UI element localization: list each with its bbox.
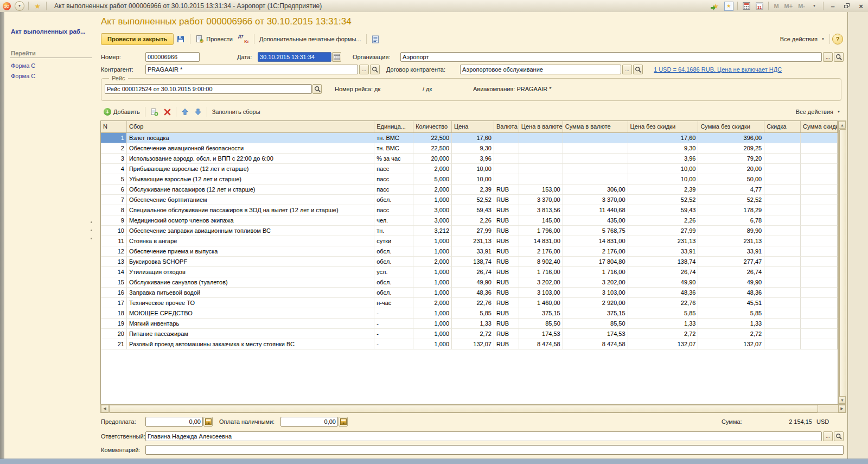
cell-qty[interactable]: 1,000 bbox=[413, 246, 452, 257]
cell-price_nd[interactable]: 2,39 bbox=[628, 185, 699, 195]
cell-name[interactable]: Использование аэродр. обсл. и ВПП с 22:0… bbox=[127, 154, 374, 164]
cell-sum_nd[interactable]: 33,91 bbox=[698, 246, 764, 257]
cell-cur[interactable]: RUB bbox=[494, 215, 519, 226]
cell-cur[interactable]: RUB bbox=[494, 195, 519, 205]
all-actions-button[interactable]: Все действия▼ bbox=[777, 33, 827, 45]
cell-sum_nd[interactable]: 2,72 bbox=[698, 329, 764, 339]
cell-qty[interactable]: 1,000 bbox=[413, 288, 452, 298]
move-row-up-button[interactable] bbox=[178, 106, 192, 118]
cell-qty[interactable]: 2,000 bbox=[413, 257, 452, 267]
cell-sum_disc[interactable] bbox=[801, 195, 838, 205]
flight-search-button[interactable] bbox=[312, 84, 322, 94]
cell-cur[interactable]: RUB bbox=[494, 246, 519, 257]
delete-row-button[interactable] bbox=[161, 106, 174, 118]
organization-select-button[interactable]: ... bbox=[823, 52, 833, 62]
cell-unit[interactable]: пасс bbox=[374, 205, 413, 215]
cell-unit[interactable]: обсл. bbox=[374, 246, 413, 257]
close-button[interactable]: × bbox=[854, 1, 868, 11]
table-row[interactable]: 4Прибывающие взрослые (12 лет и старше)п… bbox=[101, 164, 838, 174]
cell-price[interactable]: 231,13 bbox=[452, 236, 494, 246]
cell-price_nd[interactable]: 52,52 bbox=[628, 195, 699, 205]
contract-select-button[interactable]: ... bbox=[622, 65, 632, 74]
cell-sum_disc[interactable] bbox=[801, 288, 838, 298]
cell-unit[interactable]: пасс bbox=[374, 174, 413, 185]
cell-cur[interactable]: RUB bbox=[494, 226, 519, 236]
cell-disc[interactable] bbox=[764, 185, 801, 195]
cell-name[interactable]: Разовый проезд автомашины заказчика к ме… bbox=[127, 339, 374, 349]
cell-cur[interactable]: RUB bbox=[494, 205, 519, 215]
table-row[interactable]: 9Медицинский осмотр членов экипажачел.3,… bbox=[101, 215, 838, 226]
cell-name[interactable]: Буксировка SCHOPF bbox=[127, 257, 374, 267]
copy-row-button[interactable] bbox=[148, 106, 161, 118]
dt-kt-button[interactable]: ДтКт bbox=[235, 33, 252, 45]
cell-n[interactable]: 4 bbox=[101, 164, 127, 174]
cell-price_nd[interactable]: 17,60 bbox=[628, 133, 699, 143]
cell-unit[interactable]: тн. ВМС bbox=[374, 133, 413, 143]
number-input[interactable] bbox=[145, 52, 200, 62]
cell-sum_disc[interactable] bbox=[801, 298, 838, 308]
prepayment-calc-button[interactable] bbox=[203, 417, 213, 427]
cell-name[interactable]: МОЮЩЕЕ СРЕДСТВО bbox=[127, 308, 374, 319]
cell-sum_cur[interactable]: 14 831,00 bbox=[563, 236, 628, 246]
cell-price[interactable]: 48,36 bbox=[452, 288, 494, 298]
cell-qty[interactable]: 1,000 bbox=[413, 277, 452, 288]
cell-price_cur[interactable]: 1 716,00 bbox=[519, 267, 563, 277]
cell-price[interactable]: 132,07 bbox=[452, 339, 494, 349]
cell-qty[interactable]: 1,000 bbox=[413, 236, 452, 246]
cell-price[interactable]: 2,39 bbox=[452, 185, 494, 195]
cell-name[interactable]: Медицинский осмотр членов экипажа bbox=[127, 215, 374, 226]
memory-m-plus-button[interactable]: M+ bbox=[784, 3, 793, 9]
cell-n[interactable]: 9 bbox=[101, 215, 127, 226]
cell-unit[interactable]: обсл. bbox=[374, 277, 413, 288]
cell-disc[interactable] bbox=[764, 195, 801, 205]
cell-disc[interactable] bbox=[764, 164, 801, 174]
organization-search-button[interactable] bbox=[834, 52, 844, 62]
cell-sum_nd[interactable]: 396,00 bbox=[698, 133, 764, 143]
cell-price[interactable]: 26,74 bbox=[452, 267, 494, 277]
column-header-price_cur[interactable]: Цена в валюте bbox=[519, 121, 563, 132]
cell-price[interactable]: 33,91 bbox=[452, 246, 494, 257]
cell-qty[interactable]: 2,000 bbox=[413, 298, 452, 308]
cell-n[interactable]: 18 bbox=[101, 308, 127, 319]
cell-n[interactable]: 19 bbox=[101, 319, 127, 329]
cell-qty[interactable]: 5,000 bbox=[413, 174, 452, 185]
cell-price_nd[interactable]: 132,07 bbox=[628, 339, 699, 349]
cell-price[interactable]: 2,26 bbox=[452, 215, 494, 226]
cell-n[interactable]: 12 bbox=[101, 246, 127, 257]
cell-sum_disc[interactable] bbox=[801, 246, 838, 257]
cell-price_cur[interactable]: 85,50 bbox=[519, 319, 563, 329]
show-favorites-button[interactable]: ★ bbox=[723, 1, 734, 11]
cell-sum_cur[interactable]: 5 768,75 bbox=[563, 226, 628, 236]
counterparty-select-button[interactable]: ... bbox=[359, 65, 369, 74]
cell-price_nd[interactable]: 9,30 bbox=[628, 143, 699, 154]
report-button[interactable] bbox=[369, 33, 382, 45]
cell-price_nd[interactable]: 138,74 bbox=[628, 257, 699, 267]
cell-name[interactable]: Питание пассажирам bbox=[127, 329, 374, 339]
cell-cur[interactable]: RUB bbox=[494, 236, 519, 246]
cell-sum_cur[interactable]: 8 474,58 bbox=[563, 339, 628, 349]
cell-sum_cur[interactable]: 3 202,00 bbox=[563, 277, 628, 288]
cell-sum_nd[interactable]: 5,85 bbox=[698, 308, 764, 319]
cell-qty[interactable]: 3,000 bbox=[413, 215, 452, 226]
cell-cur[interactable]: RUB bbox=[494, 277, 519, 288]
cell-sum_cur[interactable]: 2 176,00 bbox=[563, 246, 628, 257]
cell-sum_cur[interactable]: 2 920,00 bbox=[563, 298, 628, 308]
cell-disc[interactable] bbox=[764, 133, 801, 143]
cell-unit[interactable]: - bbox=[374, 308, 413, 319]
cell-sum_cur[interactable]: 85,50 bbox=[563, 319, 628, 329]
flight-input[interactable] bbox=[105, 84, 312, 94]
sidebar-link-forma-c[interactable]: Форма С bbox=[11, 62, 35, 69]
cell-sum_disc[interactable] bbox=[801, 185, 838, 195]
cell-n[interactable]: 14 bbox=[101, 267, 127, 277]
cash-payment-calc-button[interactable] bbox=[339, 417, 348, 427]
cell-name[interactable]: Прибывающие взрослые (12 лет и старше) bbox=[127, 164, 374, 174]
cell-disc[interactable] bbox=[764, 277, 801, 288]
cash-payment-input[interactable] bbox=[280, 417, 338, 427]
cell-qty[interactable]: 1,000 bbox=[413, 339, 452, 349]
cell-n[interactable]: 15 bbox=[101, 277, 127, 288]
date-input[interactable] bbox=[258, 52, 331, 62]
cell-cur[interactable] bbox=[494, 133, 519, 143]
cell-unit[interactable]: - bbox=[374, 329, 413, 339]
cell-disc[interactable] bbox=[764, 329, 801, 339]
cell-cur[interactable]: RUB bbox=[494, 319, 519, 329]
